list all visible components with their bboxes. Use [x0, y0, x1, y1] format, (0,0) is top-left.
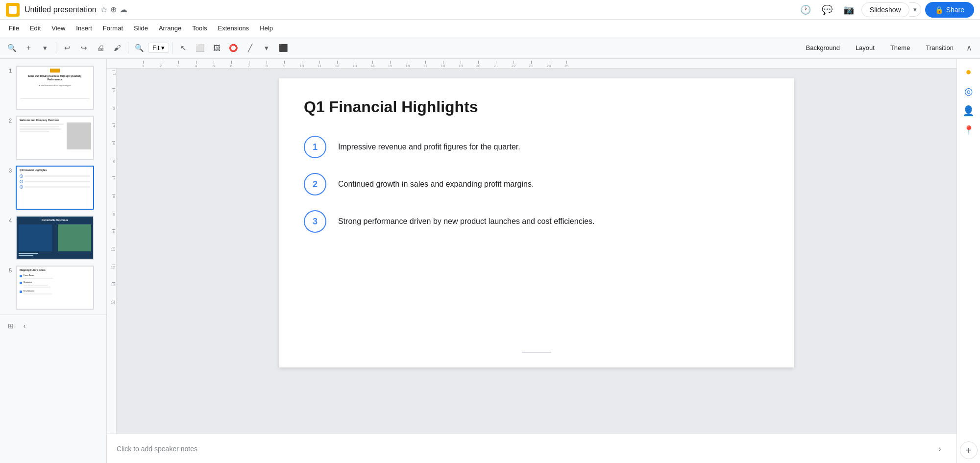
menu-arrange[interactable]: Arrange: [154, 23, 186, 34]
slide-thumbnail-2[interactable]: Welcome and Company Overview: [16, 116, 94, 160]
menu-edit[interactable]: Edit: [25, 23, 46, 34]
horizontal-ruler: 1 2 3 4 5 6 7 8 9 10 11 12 13 14 15 16 1…: [107, 59, 956, 69]
zoom-fit-icon[interactable]: 🔍: [131, 40, 147, 56]
comment-icon[interactable]: 💬: [818, 1, 836, 19]
ruler-mark: 23: [522, 61, 540, 68]
ruler-mark: 24: [540, 61, 558, 68]
print-button[interactable]: 🖨: [93, 40, 108, 56]
ruler-mark: 22: [505, 61, 522, 68]
slide-canvas-area[interactable]: Q1 Financial Highlights 1 Impressive rev…: [117, 69, 956, 434]
share-button[interactable]: 🔒 Share: [925, 2, 974, 18]
zoom-dropdown-icon: ▾: [161, 44, 165, 51]
theme-button[interactable]: Theme: [883, 42, 917, 53]
image-tool[interactable]: 🖼: [209, 40, 224, 56]
tasks-icon[interactable]: ◎: [960, 82, 978, 100]
ruler-mark: 1: [134, 61, 152, 68]
undo-button[interactable]: ↩: [59, 40, 75, 56]
item-text-3: Strong performance driven by new product…: [338, 217, 595, 226]
panel-collapse-button[interactable]: ‹: [18, 319, 31, 333]
toolbar-collapse-button[interactable]: ∧: [962, 41, 976, 55]
menu-slide[interactable]: Slide: [129, 23, 153, 34]
line-dropdown[interactable]: ▾: [259, 40, 274, 56]
cursor-tool[interactable]: ↖: [175, 40, 191, 56]
slide-thumb-5[interactable]: 5 Mapping Future Goals Focus Areas: [0, 263, 106, 313]
folder-icon[interactable]: ⊕: [110, 5, 117, 14]
ruler-mark: 14: [364, 61, 381, 68]
star-icon[interactable]: ☆: [100, 5, 107, 14]
item-circle-3: 3: [304, 210, 326, 233]
menu-help[interactable]: Help: [255, 23, 278, 34]
cloud-icon[interactable]: ☁: [120, 5, 127, 14]
zoom-control[interactable]: Fit ▾: [148, 43, 169, 53]
maps-icon[interactable]: 📍: [960, 122, 978, 139]
transition-button[interactable]: Transition: [919, 42, 960, 53]
history-icon[interactable]: 🕐: [797, 1, 814, 19]
menu-tools[interactable]: Tools: [187, 23, 212, 34]
toolbar-divider-2: [128, 42, 128, 54]
zoom-dropdown-button[interactable]: ▾: [37, 40, 53, 56]
toolbar-divider-3: [172, 42, 172, 54]
slide-thumbnail-3[interactable]: Q1 Financial Highlights 1 2 3: [16, 166, 94, 210]
item-text-2: Continued growth in sales and expanding …: [338, 180, 534, 189]
ruler-mark: 3: [170, 61, 187, 68]
slide-main-title[interactable]: Q1 Financial Highlights: [279, 78, 794, 126]
contacts-icon[interactable]: 👤: [960, 102, 978, 120]
meet-icon[interactable]: 📷: [840, 1, 858, 19]
menu-insert[interactable]: Insert: [71, 23, 97, 34]
ruler-mark: 13: [346, 61, 364, 68]
toolbar-divider-1: [56, 42, 56, 54]
ruler-mark: 25: [558, 61, 575, 68]
line-tool[interactable]: ╱: [242, 40, 258, 56]
slide-panel-footer: ⊞ ‹: [0, 315, 106, 337]
menu-extensions[interactable]: Extensions: [213, 23, 254, 34]
slide-item-1[interactable]: 1 Impressive revenue and profit figures …: [304, 136, 769, 158]
slide-thumb-4[interactable]: 4 Remarkable Outcomes: [0, 213, 106, 263]
redo-button[interactable]: ↪: [76, 40, 92, 56]
menu-bar: File Edit View Insert Format Slide Arran…: [0, 20, 980, 37]
ruler-mark: 18: [434, 61, 452, 68]
slideshow-dropdown-button[interactable]: ▾: [909, 2, 921, 17]
ruler-mark: 17: [416, 61, 434, 68]
slide-num-4: 4: [4, 216, 12, 223]
slide-items-container: 1 Impressive revenue and profit figures …: [279, 126, 794, 243]
menu-format[interactable]: Format: [98, 23, 128, 34]
notes-collapse-button[interactable]: ›: [933, 442, 947, 456]
ruler-mark: 7: [240, 61, 258, 68]
slide-thumbnail-1[interactable]: Ecue Ltd: Driving Success Through Quarte…: [16, 66, 94, 110]
menu-view[interactable]: View: [47, 23, 70, 34]
title-action-icons: ☆ ⊕ ☁: [100, 5, 127, 14]
slide1-title-preview: Ecue Ltd: Driving Success Through Quarte…: [21, 74, 89, 81]
ruler-mark: 16: [399, 61, 416, 68]
slide-num-2: 2: [4, 116, 12, 123]
search-button[interactable]: 🔍: [4, 40, 20, 56]
layout-button[interactable]: Layout: [849, 42, 882, 53]
grid-view-button[interactable]: ⊞: [4, 319, 18, 333]
keep-icon[interactable]: ●: [960, 63, 978, 80]
slide-thumbnail-4[interactable]: Remarkable Outcomes: [16, 216, 94, 260]
zoom-in-button[interactable]: ＋: [21, 40, 36, 56]
background-button[interactable]: Background: [799, 42, 846, 53]
slideshow-button[interactable]: Slideshow: [861, 2, 909, 17]
slide-num-5: 5: [4, 266, 12, 273]
ruler-mark: 20: [469, 61, 487, 68]
slide-thumb-2[interactable]: 2 Welcome and Company Overview: [0, 113, 106, 163]
lock-icon: 🔒: [935, 6, 943, 14]
slide-thumb-3[interactable]: 3 Q1 Financial Highlights 1 2 3: [0, 163, 106, 213]
slide-canvas[interactable]: Q1 Financial Highlights 1 Impressive rev…: [279, 78, 794, 367]
speaker-notes[interactable]: Click to add speaker notes ›: [107, 434, 956, 463]
shape-tool[interactable]: ⭕: [225, 40, 241, 56]
menu-file[interactable]: File: [4, 23, 24, 34]
slide-item-2[interactable]: 2 Continued growth in sales and expandin…: [304, 173, 769, 195]
slide-panel: 1 Ecue Ltd: Driving Success Through Quar…: [0, 59, 107, 463]
ruler-mark: 4: [187, 61, 205, 68]
slide-thumbnail-5[interactable]: Mapping Future Goals Focus Areas Strateg…: [16, 266, 94, 310]
document-title[interactable]: Untitled presentation: [24, 5, 97, 14]
speaker-notes-placeholder[interactable]: Click to add speaker notes: [117, 445, 197, 453]
select-tool[interactable]: ⬜: [192, 40, 208, 56]
comment-tool[interactable]: ⬛: [275, 40, 291, 56]
slide-thumb-1[interactable]: 1 Ecue Ltd: Driving Success Through Quar…: [0, 63, 106, 113]
toolbar: 🔍 ＋ ▾ ↩ ↪ 🖨 🖌 🔍 Fit ▾ ↖ ⬜ 🖼 ⭕ ╱ ▾ ⬛ Back…: [0, 37, 980, 59]
slide-item-3[interactable]: 3 Strong performance driven by new produ…: [304, 210, 769, 233]
add-sidebar-item-button[interactable]: +: [960, 441, 978, 459]
paint-format-button[interactable]: 🖌: [109, 40, 125, 56]
